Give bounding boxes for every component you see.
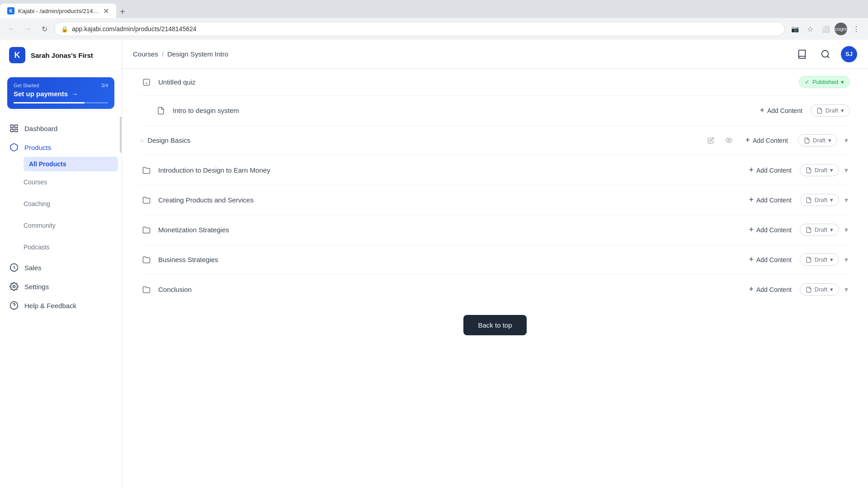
edit-icon-button[interactable] bbox=[704, 134, 717, 147]
draft-chevron: ▾ bbox=[830, 197, 833, 203]
user-avatar[interactable]: SJ bbox=[841, 46, 857, 62]
sidebar-scroll-thumb[interactable] bbox=[120, 117, 122, 153]
expand-chevron-icon[interactable]: ▾ bbox=[843, 224, 850, 236]
creating-products-add-content-button[interactable]: + Add Content bbox=[744, 192, 796, 207]
design-basics-add-content-button[interactable]: + Add Content bbox=[741, 133, 792, 148]
sidebar-nav: Dashboard Products All Products Courses … bbox=[0, 115, 122, 488]
published-status-badge[interactable]: ✓ Published ▾ bbox=[799, 76, 850, 88]
breadcrumb-courses-link[interactable]: Courses bbox=[133, 50, 158, 58]
tab-favicon: K bbox=[7, 7, 14, 14]
folder-icon bbox=[140, 196, 153, 204]
help-icon bbox=[9, 300, 19, 310]
intro-draft-badge[interactable]: Draft ▾ bbox=[811, 104, 850, 117]
monetization-draft-badge[interactable]: Draft ▾ bbox=[800, 224, 839, 236]
intro-design-system-row: Intro to desgin system + Add Content Dra… bbox=[140, 96, 850, 126]
back-to-top-button[interactable]: Back to top bbox=[463, 315, 526, 335]
draft-label: Draft bbox=[815, 226, 827, 233]
draft-chevron: ▾ bbox=[830, 256, 833, 263]
expand-chevron-icon[interactable]: ▾ bbox=[843, 283, 850, 296]
new-tab-button[interactable]: + bbox=[116, 5, 129, 18]
browser-tabs: K Kajabi - /admin/products/21481... ✕ + bbox=[0, 0, 868, 18]
intro-design-earn-actions: + Add Content Draft ▾ ▾ bbox=[744, 163, 850, 178]
get-started-title: Set up payments → bbox=[14, 90, 108, 98]
intro-add-content-button[interactable]: + Add Content bbox=[755, 103, 807, 118]
bookmark-button[interactable]: ☆ bbox=[804, 23, 816, 35]
back-button[interactable]: ← bbox=[5, 23, 18, 35]
draft-chevron: ▾ bbox=[830, 167, 833, 174]
forward-button[interactable]: → bbox=[22, 23, 34, 35]
expand-chevron-icon[interactable]: ▾ bbox=[843, 134, 850, 146]
menu-button[interactable]: ⋮ bbox=[850, 23, 863, 35]
reload-button[interactable]: ↻ bbox=[38, 23, 51, 35]
intro-earn-add-content-button[interactable]: + Add Content bbox=[744, 163, 796, 178]
business-strategies-draft-badge[interactable]: Draft ▾ bbox=[800, 253, 839, 266]
tab-close-button[interactable]: ✕ bbox=[103, 7, 109, 15]
lock-icon: 🔒 bbox=[61, 26, 68, 33]
design-basics-draft-badge[interactable]: Draft ▾ bbox=[798, 134, 837, 146]
creating-products-row: Creating Products and Services + Add Con… bbox=[140, 185, 850, 215]
doc-icon bbox=[806, 167, 812, 174]
get-started-banner[interactable]: Get Started 3/4 Set up payments → bbox=[7, 77, 114, 109]
intro-earn-draft-badge[interactable]: Draft ▾ bbox=[800, 164, 839, 176]
doc-icon bbox=[806, 197, 812, 203]
url-text: app.kajabi.com/admin/products/2148145624 bbox=[72, 25, 197, 33]
svg-line-9 bbox=[827, 56, 829, 58]
content-list: Untitled quiz ✓ Published ▾ Intro to des… bbox=[122, 69, 868, 304]
sidebar-header: K Sarah Jonas's First bbox=[0, 40, 122, 71]
search-button[interactable] bbox=[817, 46, 834, 62]
extensions-button[interactable]: ⬜ bbox=[819, 23, 832, 35]
sidebar-scrollbar bbox=[120, 40, 122, 488]
untitled-quiz-title: Untitled quiz bbox=[158, 78, 793, 86]
published-label: Published bbox=[812, 79, 838, 85]
sidebar-item-community[interactable]: Community bbox=[24, 215, 122, 236]
doc-icon bbox=[816, 108, 823, 114]
expand-chevron-icon[interactable]: ▾ bbox=[843, 253, 850, 266]
topbar-right: SJ bbox=[794, 46, 857, 62]
sidebar-item-sales[interactable]: Sales bbox=[0, 258, 122, 277]
incognito-label: Incognito bbox=[831, 26, 851, 32]
sidebar-item-coaching[interactable]: Coaching bbox=[24, 193, 122, 215]
expand-chevron-icon[interactable]: ▾ bbox=[843, 194, 850, 206]
business-strategies-add-content-button[interactable]: + Add Content bbox=[744, 252, 796, 267]
sidebar-item-settings[interactable]: Settings bbox=[0, 277, 122, 296]
add-content-label: Add Content bbox=[756, 256, 792, 263]
settings-label: Settings bbox=[24, 283, 49, 291]
doc-icon bbox=[806, 257, 812, 263]
svg-rect-10 bbox=[143, 79, 150, 85]
monetization-add-content-button[interactable]: + Add Content bbox=[744, 222, 796, 237]
check-icon: ✓ bbox=[805, 79, 810, 85]
expand-chevron-icon[interactable]: ▾ bbox=[843, 164, 850, 176]
creating-products-draft-badge[interactable]: Draft ▾ bbox=[800, 194, 839, 206]
monetization-actions: + Add Content Draft ▾ ▾ bbox=[744, 222, 850, 237]
browser-toolbar: ← → ↻ 🔒 app.kajabi.com/admin/products/21… bbox=[0, 18, 868, 40]
sidebar-item-products[interactable]: Products bbox=[0, 138, 122, 157]
monetization-row: Monetization Strategies + Add Content Dr… bbox=[140, 215, 850, 245]
add-content-label: Add Content bbox=[756, 167, 792, 174]
svg-rect-0 bbox=[11, 125, 14, 128]
creating-products-title: Creating Products and Services bbox=[158, 196, 739, 204]
conclusion-add-content-button[interactable]: + Add Content bbox=[744, 282, 796, 297]
svg-point-11 bbox=[728, 140, 730, 141]
monetization-title: Monetization Strategies bbox=[158, 226, 739, 234]
address-bar[interactable]: 🔒 app.kajabi.com/admin/products/21481456… bbox=[54, 22, 785, 36]
eye-icon-button[interactable] bbox=[722, 134, 735, 147]
app-container: K Sarah Jonas's First Get Started 3/4 Se… bbox=[0, 40, 868, 488]
sidebar-item-all-products[interactable]: All Products bbox=[24, 157, 118, 171]
add-content-label: Add Content bbox=[756, 226, 792, 234]
sidebar-item-courses[interactable]: Courses bbox=[24, 171, 122, 193]
status-chevron-down-icon: ▾ bbox=[841, 79, 844, 85]
business-strategies-title: Business Strategies bbox=[158, 256, 739, 263]
drag-handle-icon[interactable]: ≡ bbox=[140, 137, 144, 144]
sidebar-item-dashboard[interactable]: Dashboard bbox=[0, 119, 122, 138]
progress-bar bbox=[14, 102, 108, 103]
sidebar-item-help[interactable]: Help & Feedback bbox=[0, 296, 122, 315]
book-icon-button[interactable] bbox=[794, 46, 810, 62]
active-tab[interactable]: K Kajabi - /admin/products/21481... ✕ bbox=[0, 4, 116, 18]
incognito-avatar[interactable]: Incognito bbox=[835, 23, 847, 35]
add-content-label: Add Content bbox=[756, 197, 792, 204]
conclusion-draft-badge[interactable]: Draft ▾ bbox=[800, 283, 839, 296]
camera-icon-button[interactable]: 📷 bbox=[788, 23, 801, 35]
business-strategies-row: Business Strategies + Add Content Draft … bbox=[140, 245, 850, 275]
sidebar-item-podcasts[interactable]: Podcasts bbox=[24, 236, 122, 258]
quiz-icon bbox=[140, 78, 153, 86]
